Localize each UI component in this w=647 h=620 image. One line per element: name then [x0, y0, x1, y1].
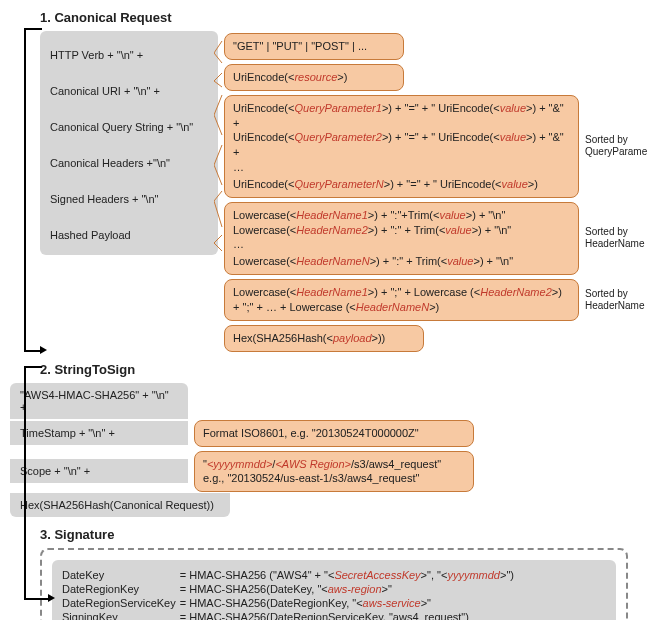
t: aws-service: [363, 597, 421, 609]
flow-line-2: [24, 366, 26, 598]
t: HeaderName1: [296, 209, 368, 221]
section-1-title: 1. Canonical Request: [40, 10, 637, 25]
t: value: [439, 209, 465, 221]
t: …: [233, 237, 570, 254]
flow-arrow-1: [40, 346, 47, 354]
t: QueryParameter2: [294, 131, 381, 143]
t: >", "<: [421, 569, 448, 581]
t: value: [500, 131, 526, 143]
t: Lowercase(<: [233, 255, 296, 267]
t: value: [447, 255, 473, 267]
t: = HMAC-SHA256(DateRegionKey, "<: [180, 597, 363, 609]
cr-signed-headers: Signed Headers + "\n": [50, 189, 208, 209]
t: <AWS Region>: [275, 458, 351, 470]
canonical-headers-box: Lowercase(<HeaderName1>) + ":"+Trim(<val…: [224, 202, 579, 275]
cr-canonical-headers: Canonical Headers +"\n": [50, 153, 208, 173]
t: value: [445, 224, 471, 236]
t: >) + ":" + Trim(<: [370, 255, 448, 267]
sts-row-4: Hex(SHA256Hash(Canonical Request)): [10, 493, 637, 517]
t: >): [552, 286, 562, 298]
t: >": [421, 597, 431, 609]
t: >": [382, 583, 392, 595]
t: Lowercase(<: [233, 286, 296, 298]
sts-row-1: "AWS4-HMAC-SHA256" + "\n" +: [10, 383, 637, 419]
cr-hashed-payload: Hashed Payload: [50, 225, 208, 245]
flow-line-2h: [24, 366, 42, 368]
t: HeaderName2: [480, 286, 552, 298]
flow-arrow-2: [48, 594, 55, 602]
t: e.g., "20130524/us-east-1/s3/aws4_reques…: [203, 471, 465, 486]
t: UriEncode(<: [233, 178, 294, 190]
canonical-request-box: HTTP Verb + "\n" + Canonical URI + "\n" …: [40, 31, 218, 255]
section-1-right: "GET" | "PUT" | "POST" | ... UriEncode(<…: [218, 31, 637, 354]
t: UriEncode(<: [233, 102, 294, 114]
t: aws-region: [328, 583, 382, 595]
uri-encode-box: UriEncode(<resource>): [224, 64, 404, 91]
t: >) + "=" + " UriEncode(<: [384, 178, 502, 190]
signing-key-derivation-box: DateKey= HMAC-SHA256 ("AWS4" + "<SecretA…: [52, 560, 616, 620]
http-verbs-text: "GET" | "PUT" | "POST" | ...: [233, 40, 367, 52]
t: Format ISO8601, e.g. "20130524T000000Z": [203, 427, 419, 439]
flow-line-1h: [24, 28, 42, 30]
t: value: [500, 102, 526, 114]
diagram-root: 1. Canonical Request HTTP Verb + "\n" + …: [10, 10, 637, 620]
t: resource: [294, 71, 337, 83]
t: = HMAC-SHA256(DateRegionServiceKey, "aws…: [180, 610, 518, 620]
t: >): [337, 71, 347, 83]
t: + ";" + … + Lowercase (<: [233, 301, 356, 313]
t: >): [528, 178, 538, 190]
t: SigningKey: [62, 610, 180, 620]
t: >): [429, 301, 439, 313]
sort-by-hn-1: Sorted by HeaderName: [579, 226, 637, 250]
t: <yyyymmdd>: [207, 458, 272, 470]
t: yyyymmdd: [447, 569, 500, 581]
t: >)): [372, 332, 386, 344]
t: UriEncode(<: [233, 131, 294, 143]
query-params-box: UriEncode(<QueryParameter1>) + "=" + " U…: [224, 95, 579, 198]
t: >) + "\n": [466, 209, 506, 221]
hashed-payload-box: Hex(SHA256Hash(<payload>)): [224, 325, 424, 352]
sts-hash: Hex(SHA256Hash(Canonical Request)): [10, 493, 230, 517]
t: DateRegionKey: [62, 582, 180, 596]
t: DateRegionServiceKey: [62, 596, 180, 610]
cr-http-verb: HTTP Verb + "\n" +: [50, 45, 208, 65]
t: /s3/aws4_request": [351, 458, 441, 470]
t: >) + "=" + " UriEncode(<: [382, 131, 500, 143]
sts-timestamp: TimeStamp + "\n" +: [10, 421, 188, 445]
section-2-title: 2. StringToSign: [40, 362, 637, 377]
sort-by-qp: Sorted by QueryParameter: [579, 134, 637, 158]
http-verbs-box: "GET" | "PUT" | "POST" | ...: [224, 33, 404, 60]
t: UriEncode(<: [233, 71, 294, 83]
sts-scope: Scope + "\n" +: [10, 459, 188, 483]
flow-line-1b: [24, 350, 40, 352]
timestamp-format-box: Format ISO8601, e.g. "20130524T000000Z": [194, 420, 474, 447]
t: >) + ":" + Trim(<: [368, 224, 446, 236]
flow-line-2b: [24, 598, 48, 600]
t: >) + "=" + " UriEncode(<: [382, 102, 500, 114]
t: QueryParameter1: [294, 102, 381, 114]
t: HeaderNameN: [356, 301, 429, 313]
sts-row-3: Scope + "\n" + "<yyyymmdd>/<AWS Region>/…: [10, 448, 637, 496]
t: >) + ";" + Lowercase (<: [368, 286, 480, 298]
t: >) + ":"+Trim(<: [368, 209, 440, 221]
t: = HMAC-SHA256 ("AWS4" + "<: [180, 569, 335, 581]
t: >) + "\n": [473, 255, 513, 267]
t: >"): [500, 569, 514, 581]
t: SecretAccessKey: [334, 569, 420, 581]
cr-canonical-uri: Canonical URI + "\n" +: [50, 81, 208, 101]
signing-key-table: DateKey= HMAC-SHA256 ("AWS4" + "<SecretA…: [62, 568, 518, 620]
t: value: [502, 178, 528, 190]
signed-headers-box: Lowercase(<HeaderName1>) + ";" + Lowerca…: [224, 279, 579, 321]
sts-row-2: TimeStamp + "\n" + Format ISO8601, e.g. …: [10, 417, 637, 450]
cr-query-string: Canonical Query String + "\n": [50, 117, 208, 137]
t: >) + "\n": [472, 224, 512, 236]
t: HeaderName1: [296, 286, 368, 298]
t: payload: [333, 332, 372, 344]
t: …: [233, 160, 570, 177]
t: Hex(SHA256Hash(<: [233, 332, 333, 344]
t: Lowercase(<: [233, 209, 296, 221]
section-1-row: HTTP Verb + "\n" + Canonical URI + "\n" …: [10, 31, 637, 354]
t: DateKey: [62, 568, 180, 582]
sts-alg: "AWS4-HMAC-SHA256" + "\n" +: [10, 383, 188, 419]
t: Lowercase(<: [233, 224, 296, 236]
